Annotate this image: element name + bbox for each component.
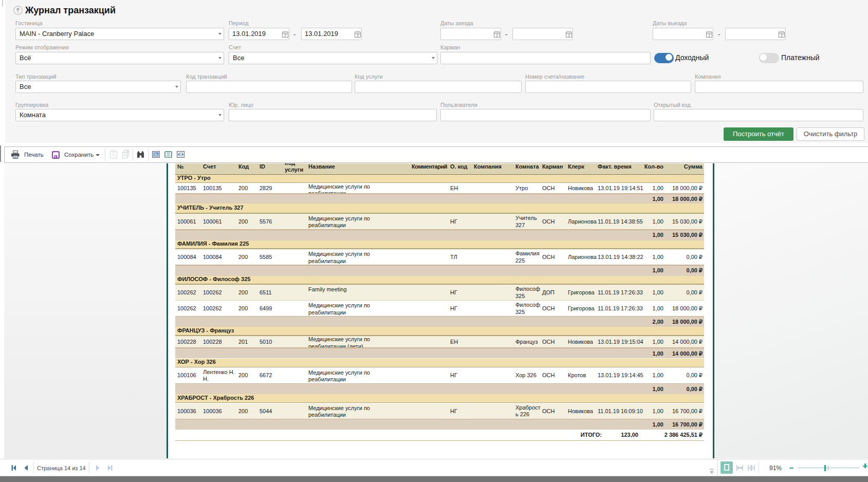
svg-text:7: 7	[496, 33, 498, 38]
svg-text:7: 7	[781, 33, 783, 38]
svg-text:7: 7	[357, 33, 359, 38]
svg-text:7: 7	[568, 33, 570, 38]
svg-text:?: ?	[113, 153, 115, 158]
svg-text:7: 7	[708, 33, 710, 38]
svg-text:7: 7	[284, 33, 286, 38]
